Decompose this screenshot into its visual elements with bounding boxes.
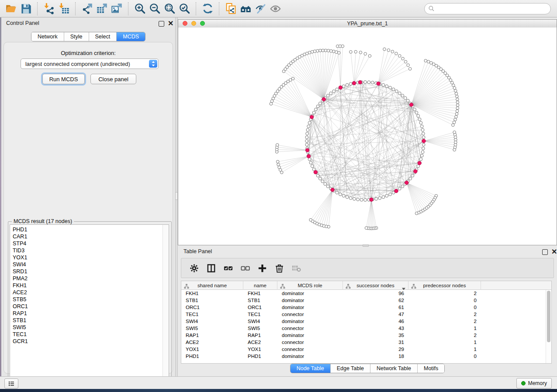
leaf-node[interactable]	[427, 60, 430, 63]
ring-node[interactable]	[309, 161, 312, 164]
leaf-node[interactable]	[324, 49, 327, 52]
leaf-node[interactable]	[424, 59, 427, 62]
ring-node[interactable]	[315, 108, 318, 111]
mcds-hub-node[interactable]	[394, 189, 398, 193]
leaf-node[interactable]	[452, 84, 455, 87]
export-image-button[interactable]	[109, 2, 124, 16]
ring-node[interactable]	[378, 196, 381, 199]
leaf-node[interactable]	[455, 113, 458, 116]
table-row[interactable]: PHD1PHD1dominator180	[181, 353, 551, 360]
ring-node[interactable]	[422, 136, 425, 139]
mcds-result-item[interactable]: STB5	[13, 296, 28, 303]
ring-node[interactable]	[395, 90, 398, 93]
ring-node[interactable]	[409, 177, 412, 180]
mcds-hub-node[interactable]	[377, 82, 380, 85]
ring-node[interactable]	[336, 88, 339, 91]
ring-node[interactable]	[389, 193, 392, 196]
leaf-node[interactable]	[319, 49, 322, 52]
ring-node[interactable]	[419, 121, 422, 124]
close-panel-button[interactable]: Close panel	[90, 74, 136, 84]
ring-node[interactable]	[382, 83, 385, 86]
ring-node[interactable]	[385, 194, 388, 197]
tab-mcds[interactable]: MCDS	[116, 32, 145, 41]
ring-node[interactable]	[371, 81, 374, 84]
ring-node[interactable]	[305, 140, 308, 143]
close-panel-icon[interactable]: ✕	[168, 21, 173, 26]
mcds-hub-node[interactable]	[414, 169, 417, 173]
tab-style[interactable]: Style	[64, 32, 89, 41]
table-row[interactable]: RAP1RAP1dominator352	[181, 332, 551, 339]
ring-node[interactable]	[318, 102, 322, 105]
mcds-hub-node[interactable]	[307, 155, 310, 158]
leaf-node[interactable]	[456, 101, 459, 104]
leaf-node[interactable]	[291, 77, 294, 80]
ring-node[interactable]	[364, 199, 367, 202]
leaf-node[interactable]	[368, 55, 371, 58]
ring-node[interactable]	[364, 81, 367, 84]
ring-node[interactable]	[382, 196, 385, 199]
search-box[interactable]	[424, 3, 551, 14]
leaf-node[interactable]	[455, 115, 458, 118]
leaf-node[interactable]	[398, 55, 401, 58]
show-columns-button[interactable]	[205, 262, 217, 274]
mcds-hub-node[interactable]	[418, 161, 421, 165]
mcds-result-item[interactable]: STB1	[13, 317, 28, 324]
leaf-node[interactable]	[454, 89, 457, 93]
mcds-result-item[interactable]: PMA2	[13, 275, 28, 282]
table-row[interactable]: FKH1FKH1dominator962	[181, 290, 551, 297]
column-header-MCDS-role[interactable]: MCDS role	[277, 281, 343, 290]
ring-node[interactable]	[392, 88, 395, 91]
ring-node[interactable]	[342, 85, 345, 88]
leaf-node[interactable]	[415, 212, 418, 215]
ring-node[interactable]	[422, 143, 425, 146]
ring-node[interactable]	[404, 96, 407, 100]
mcds-hub-node[interactable]	[305, 148, 309, 152]
leaf-node[interactable]	[404, 60, 407, 63]
network-canvas[interactable]	[178, 28, 557, 245]
mcds-hub-node[interactable]	[339, 86, 342, 89]
table-row[interactable]: ORC1ORC1dominator610	[181, 304, 551, 311]
ring-node[interactable]	[339, 193, 342, 196]
mcds-result-item[interactable]: CAR1	[13, 233, 28, 240]
close-table-panel-icon[interactable]: ✕	[551, 249, 557, 254]
leaf-node[interactable]	[453, 121, 456, 124]
ring-node[interactable]	[398, 187, 401, 190]
leaf-node[interactable]	[309, 218, 312, 221]
ring-node[interactable]	[422, 147, 425, 150]
mcds-hub-node[interactable]	[422, 139, 426, 143]
leaf-node[interactable]	[311, 50, 314, 53]
mcds-result-item[interactable]: SWI5	[13, 324, 28, 331]
ring-node[interactable]	[385, 85, 388, 88]
float-panel-icon[interactable]	[159, 21, 164, 27]
tab-motifs[interactable]: Motifs	[417, 364, 444, 373]
table-scrollbar-thumb[interactable]	[547, 291, 550, 342]
leaf-node[interactable]	[456, 110, 459, 113]
mcds-result-item[interactable]: STP4	[13, 240, 28, 247]
tab-network-table[interactable]: Network Table	[370, 364, 417, 373]
new-network-from-selection-button[interactable]	[223, 2, 238, 16]
leaf-node[interactable]	[359, 51, 362, 54]
ring-node[interactable]	[418, 118, 421, 121]
run-mcds-button[interactable]: Run MCDS	[42, 74, 85, 84]
ring-node[interactable]	[389, 86, 392, 89]
leaf-node[interactable]	[387, 49, 390, 52]
hide-graphics-details-button[interactable]	[253, 2, 268, 16]
mcds-hub-node[interactable]	[310, 115, 313, 119]
table-row[interactable]: STB1STB1dominator620	[181, 297, 551, 304]
open-session-button[interactable]	[3, 2, 18, 16]
ring-node[interactable]	[326, 185, 329, 188]
leaf-node[interactable]	[455, 92, 458, 95]
delete-rows-button[interactable]	[273, 262, 285, 274]
mcds-hub-node[interactable]	[409, 103, 413, 107]
ring-node[interactable]	[406, 99, 409, 102]
leaf-node[interactable]	[313, 50, 316, 53]
leaf-node[interactable]	[330, 50, 333, 53]
network-graph[interactable]	[178, 28, 557, 244]
mcds-hub-node[interactable]	[370, 198, 373, 201]
refresh-button[interactable]	[200, 2, 215, 16]
leaf-node[interactable]	[456, 95, 459, 98]
tab-select[interactable]: Select	[89, 32, 117, 41]
leaf-node[interactable]	[452, 124, 455, 127]
mcds-hub-node[interactable]	[314, 170, 317, 174]
ring-node[interactable]	[360, 198, 363, 201]
